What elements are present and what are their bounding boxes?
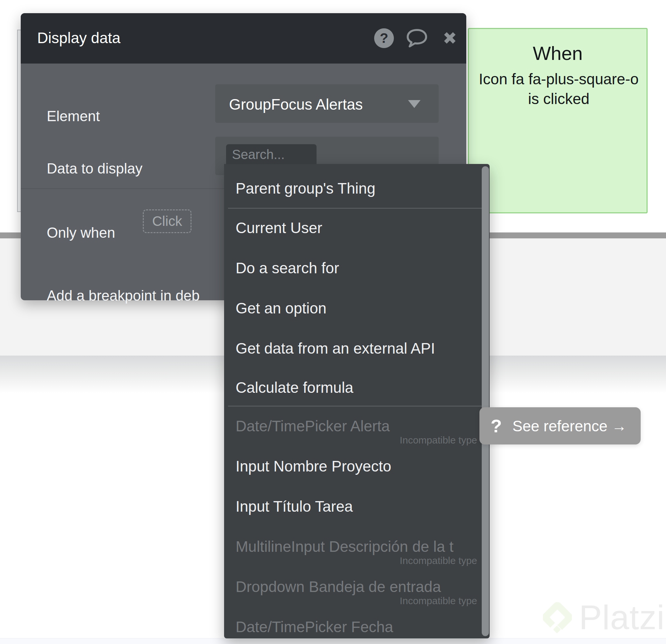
- menu-item-datetimepicker-fecha: Date/TimePicker Fecha: [235, 618, 477, 638]
- help-icon: ?: [491, 415, 502, 437]
- data-source-dropdown-menu: Parent group's Thing Current User Do a s…: [224, 164, 490, 639]
- menu-item-multilineinput-descripcion: MultilineInput Descripción de la t: [235, 538, 477, 557]
- dialog-header: Display data ? ✖: [21, 13, 466, 64]
- dropdown-search-input[interactable]: Search...: [226, 144, 317, 164]
- incompatible-type-note: Incompatible type: [400, 595, 477, 607]
- only-when-label: Only when: [47, 224, 115, 241]
- when-event-card[interactable]: When Icon fa fa-plus-square-o is clicked: [468, 28, 648, 213]
- platzi-logo-icon: [543, 596, 572, 639]
- platzi-wordmark: Platzi: [579, 598, 665, 637]
- when-card-title: When: [469, 42, 647, 64]
- dialog-title: Display data: [37, 29, 120, 47]
- search-placeholder: Search...: [232, 147, 285, 162]
- data-to-display-label: Data to display: [47, 160, 142, 177]
- close-icon[interactable]: ✖: [439, 28, 460, 49]
- menu-item-dropdown-bandeja: Dropdown Bandeja de entrada: [235, 578, 477, 597]
- menu-scrollbar[interactable]: [482, 166, 489, 636]
- bubble-editor-screen: Platzi When Icon fa fa-plus-square-o is …: [0, 0, 666, 644]
- element-select[interactable]: GroupFocus Alertas: [215, 84, 439, 123]
- help-icon[interactable]: ?: [373, 28, 395, 49]
- menu-divider: [228, 208, 482, 209]
- incompatible-type-note: Incompatible type: [400, 435, 477, 446]
- menu-divider: [228, 406, 482, 407]
- element-select-value: GroupFocus Alertas: [229, 96, 363, 113]
- chevron-down-icon: [408, 100, 421, 108]
- menu-item-get-external-api[interactable]: Get data from an external API: [235, 339, 477, 359]
- menu-item-get-an-option[interactable]: Get an option: [235, 299, 477, 319]
- menu-item-current-user[interactable]: Current User: [235, 219, 477, 239]
- incompatible-type-note: Incompatible type: [400, 555, 477, 566]
- see-reference-button[interactable]: ? See reference →: [479, 407, 641, 444]
- when-card-event-text: Icon fa fa-plus-square-o is clicked: [478, 69, 639, 109]
- menu-item-parent-groups-thing[interactable]: Parent group's Thing: [235, 180, 477, 199]
- platzi-watermark: Platzi: [543, 593, 665, 642]
- menu-item-input-nombre-proyecto[interactable]: Input Nombre Proyecto: [235, 457, 477, 477]
- menu-item-do-a-search-for[interactable]: Do a search for: [235, 259, 477, 279]
- menu-item-datetimepicker-alerta: Date/TimePicker Alerta: [235, 417, 477, 437]
- only-when-click-button[interactable]: Click: [143, 209, 192, 233]
- menu-item-input-titulo-tarea[interactable]: Input Título Tarea: [235, 497, 477, 517]
- see-reference-label: See reference →: [512, 417, 627, 435]
- add-breakpoint-link[interactable]: Add a breakpoint in deb: [47, 287, 231, 304]
- element-label: Element: [47, 108, 100, 124]
- menu-item-calculate-formula[interactable]: Calculate formula: [235, 379, 477, 399]
- comment-bubble-icon[interactable]: [406, 28, 427, 49]
